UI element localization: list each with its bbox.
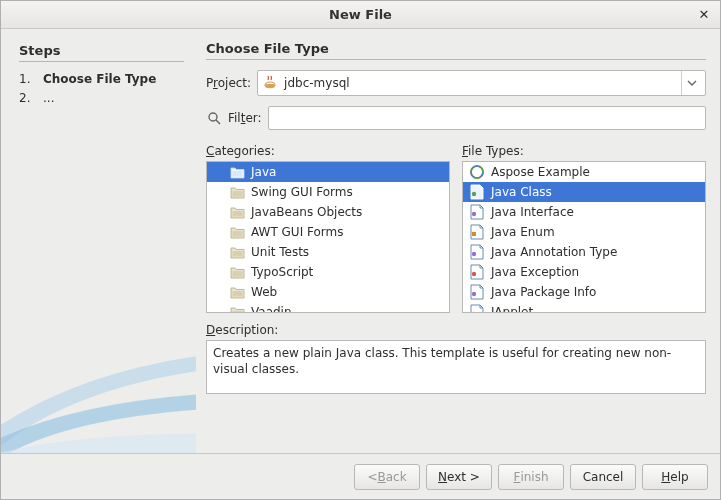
svg-point-0 [265,84,275,88]
svg-rect-7 [232,251,242,257]
filetype-icon [469,284,485,300]
close-icon[interactable]: ✕ [696,6,712,22]
filetype-icon [469,244,485,260]
step-1: 1. Choose File Type [19,70,184,89]
filetype-label: Java Class [491,185,552,199]
filetype-label: Java Exception [491,265,579,279]
category-label: Web [251,285,277,299]
category-item[interactable]: Web [207,282,449,302]
folder-icon [229,264,245,280]
svg-rect-3 [232,171,242,177]
category-label: Swing GUI Forms [251,185,353,199]
svg-point-16 [472,212,476,216]
filetype-icon [469,204,485,220]
categories-column: Categories: JavaSwing GUI FormsJavaBeans… [206,144,450,313]
filetypes-label: File Types: [462,144,706,158]
svg-line-2 [216,120,220,124]
category-label: Vaadin [251,305,292,313]
category-label: Unit Tests [251,245,309,259]
filetypes-column: File Types: Aspose ExampleJava ClassJava… [462,144,706,313]
filetypes-listbox[interactable]: Aspose ExampleJava ClassJava InterfaceJa… [462,161,706,313]
svg-point-1 [209,113,217,121]
description-box: Creates a new plain Java class. This tem… [206,340,706,394]
svg-point-15 [472,192,476,196]
svg-point-20 [472,292,476,296]
step-number: 1. [19,70,33,89]
category-item[interactable]: TypoScript [207,262,449,282]
project-select[interactable]: jdbc-mysql [257,70,706,96]
filetype-label: Java Interface [491,205,574,219]
filetype-item[interactable]: Java Class [463,182,705,202]
category-label: Java [251,165,276,179]
folder-icon [229,244,245,260]
svg-rect-4 [232,191,242,197]
step-label: ... [43,89,54,108]
filter-input[interactable] [268,106,706,130]
category-item[interactable]: Unit Tests [207,242,449,262]
dialog-body: Steps 1. Choose File Type 2. ... Choose … [1,29,720,453]
window-title: New File [329,7,392,22]
svg-point-18 [472,252,476,256]
button-bar: < Back Next > Finish Cancel Help [1,453,720,499]
steps-list: 1. Choose File Type 2. ... [19,70,184,108]
filetype-label: Aspose Example [491,165,590,179]
next-button[interactable]: Next > [426,464,492,490]
filetype-icon [469,224,485,240]
filetype-item[interactable]: Java Annotation Type [463,242,705,262]
project-label: Project: [206,76,251,90]
svg-rect-8 [232,271,242,277]
category-label: AWT GUI Forms [251,225,343,239]
category-item[interactable]: Vaadin [207,302,449,313]
categories-label: Categories: [206,144,450,158]
step-label: Choose File Type [43,70,156,89]
svg-rect-10 [232,311,242,314]
help-button[interactable]: Help [642,464,708,490]
filter-label: Filter: [228,111,262,125]
filetype-item[interactable]: Java Exception [463,262,705,282]
filter-row: Filter: [206,106,706,130]
folder-icon [229,224,245,240]
category-item[interactable]: Java [207,162,449,182]
chevron-down-icon[interactable] [681,71,701,95]
filetype-label: Java Annotation Type [491,245,617,259]
java-project-icon [262,75,278,91]
search-icon [206,110,222,126]
category-item[interactable]: JavaBeans Objects [207,202,449,222]
svg-rect-6 [232,231,242,237]
svg-point-19 [472,272,476,276]
filetype-item[interactable]: Aspose Example [463,162,705,182]
filetype-label: Java Enum [491,225,555,239]
category-item[interactable]: Swing GUI Forms [207,182,449,202]
lists-row: Categories: JavaSwing GUI FormsJavaBeans… [206,144,706,313]
cancel-button[interactable]: Cancel [570,464,636,490]
folder-icon [229,284,245,300]
section-heading: Choose File Type [206,41,706,60]
filetype-item[interactable]: Java Package Info [463,282,705,302]
filetype-icon [469,184,485,200]
filetype-icon [469,304,485,313]
folder-icon [229,304,245,313]
filetype-item[interactable]: JApplet [463,302,705,313]
category-item[interactable]: AWT GUI Forms [207,222,449,242]
categories-listbox[interactable]: JavaSwing GUI FormsJavaBeans ObjectsAWT … [206,161,450,313]
filetype-icon [469,164,485,180]
folder-icon [229,164,245,180]
filetype-label: JApplet [491,305,533,313]
category-label: JavaBeans Objects [251,205,362,219]
titlebar: New File ✕ [1,1,720,29]
category-label: TypoScript [251,265,313,279]
back-button: < Back [354,464,420,490]
finish-button: Finish [498,464,564,490]
folder-icon [229,184,245,200]
svg-rect-5 [232,211,242,217]
steps-heading: Steps [19,43,184,62]
main-panel: Choose File Type Project: jdbc-mysql Fil… [196,29,720,453]
folder-icon [229,204,245,220]
decorative-swoosh [1,313,196,453]
new-file-dialog: New File ✕ Steps 1. Choose File Type 2. … [0,0,721,500]
step-2: 2. ... [19,89,184,108]
filetype-item[interactable]: Java Interface [463,202,705,222]
svg-rect-9 [232,291,242,297]
filetype-item[interactable]: Java Enum [463,222,705,242]
steps-panel: Steps 1. Choose File Type 2. ... [1,29,196,453]
